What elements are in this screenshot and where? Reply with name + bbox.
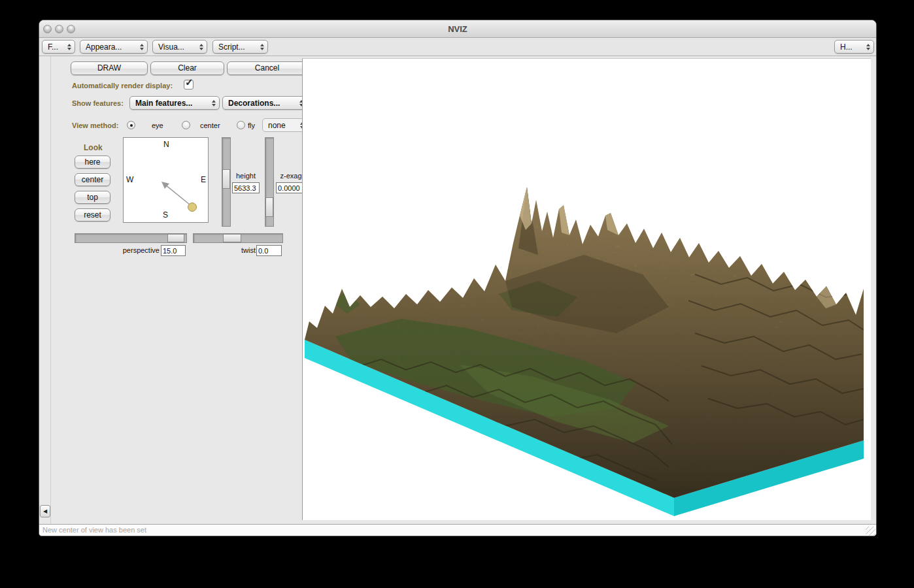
look-label: Look [84,143,103,152]
dropdown-arrows-icon [67,44,71,50]
twist-slider-label: twist [235,246,256,254]
main-features-dropdown-label: Main features... [135,99,208,108]
main-features-dropdown[interactable]: Main features... [129,96,220,110]
compass-east-label: E [201,175,206,184]
compass-south-label: S [163,210,168,220]
view-method-radio-center[interactable] [182,121,190,129]
desktop-background: NVIZ F... Appeara... Visua... Script... … [0,0,914,588]
decorations-dropdown-label: Decorations... [228,99,296,108]
look-reset-button[interactable]: reset [75,208,110,221]
zexag-slider-trough[interactable] [265,137,274,227]
main-content: ◀ DRAW Clear Cancel Automatically render… [39,56,877,524]
collapse-panel-button[interactable]: ◀ [40,505,50,517]
fly-mode-dropdown[interactable]: none [262,118,308,132]
perspective-slider-label: perspective [116,246,160,254]
look-center-button[interactable]: center [75,173,110,186]
dropdown-arrows-icon [199,44,203,50]
menubar: F... Appeara... Visua... Script... H... [39,38,876,56]
control-panel: DRAW Clear Cancel Automatically render d… [51,56,302,524]
dropdown-arrows-icon [260,44,264,50]
height-value-field[interactable] [232,182,260,193]
nviz-window: NVIZ F... Appeara... Visua... Script... … [39,20,877,536]
fly-mode-dropdown-label: none [268,121,296,130]
look-top-button[interactable]: top [75,191,110,204]
show-features-label: Show features: [72,99,124,107]
menu-appearance-label: Appeara... [86,42,136,52]
view-method-radio-fly[interactable] [237,121,245,129]
menu-file-label: F... [48,42,63,52]
height-slider-trough[interactable] [222,137,231,227]
draw-button[interactable]: DRAW [71,61,148,75]
dropdown-arrows-icon [140,44,144,50]
status-message: New center of view has been set [42,526,146,534]
auto-render-label: Automatically render display: [72,82,173,90]
twist-slider-trough[interactable] [193,233,283,243]
menu-visualize[interactable]: Visua... [152,40,207,54]
dropdown-arrows-icon [866,44,870,50]
menu-scripting-label: Script... [218,42,256,52]
height-slider-label: height [233,172,259,180]
radio-center-label: center [200,122,220,129]
clear-button[interactable]: Clear [150,61,224,75]
menu-help[interactable]: H... [834,40,874,54]
titlebar[interactable]: NVIZ [39,20,876,38]
radio-fly-label: fly [248,122,255,129]
perspective-value-field[interactable] [161,245,186,256]
perspective-slider-handle[interactable] [167,234,184,242]
zexag-slider-handle[interactable] [265,197,273,217]
menu-appearance[interactable]: Appeara... [80,40,148,54]
panel-collapse-strip: ◀ [39,56,51,524]
eye-position-dot [188,203,197,212]
statusbar: New center of view has been set [39,524,876,536]
menu-scripting[interactable]: Script... [212,40,268,54]
decorations-dropdown[interactable]: Decorations... [222,96,307,110]
twist-value-field[interactable] [256,245,282,256]
resize-grip-icon[interactable] [866,527,875,536]
view-direction-arrow [124,138,208,222]
menu-help-label: H... [840,42,862,52]
compass-north-label: N [163,140,169,149]
compass-west-label: W [126,175,133,184]
view-method-label: View method: [72,122,118,129]
height-slider-handle[interactable] [222,169,230,189]
checkmark-icon: ✓ [185,76,194,88]
perspective-slider-trough[interactable] [75,233,187,243]
collapse-arrow-icon: ◀ [43,508,47,514]
dropdown-arrows-icon [212,100,216,106]
look-here-button[interactable]: here [75,155,110,169]
terrain-3d-view [303,59,872,521]
cancel-button[interactable]: Cancel [227,61,307,75]
twist-slider-handle[interactable] [223,234,241,242]
menu-visualize-label: Visua... [158,42,195,52]
window-title: NVIZ [39,20,876,38]
radio-selected-dot [130,124,133,127]
view-position-widget[interactable]: N W E S [123,137,209,223]
view-method-radio-eye[interactable] [127,121,135,129]
radio-eye-label: eye [152,122,163,129]
menu-file[interactable]: F... [42,40,75,54]
auto-render-checkbox[interactable]: ✓ [184,80,194,90]
render-canvas[interactable] [302,58,871,520]
